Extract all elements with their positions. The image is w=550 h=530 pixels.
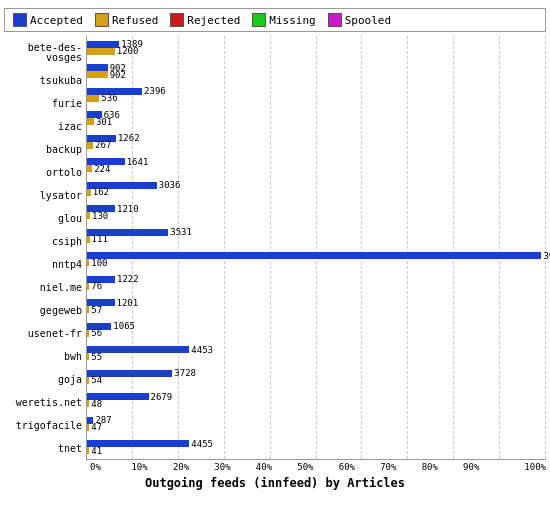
bar-row-csiph: 3531111: [87, 224, 546, 248]
bar-accepted-bwh: 4453: [87, 346, 546, 353]
bar-label-refused-bete-des-vosges: 1200: [117, 46, 139, 56]
bar-accepted-lysator: 3036: [87, 182, 546, 189]
legend-accepted: Accepted: [13, 13, 83, 27]
legend: Accepted Refused Rejected Missing Spoole…: [4, 8, 546, 32]
bar-accepted-nntp4: 395291: [87, 252, 546, 259]
bar-row-tsukuba: 902902: [87, 60, 546, 84]
bar-label-refused-csiph: 111: [92, 234, 108, 244]
bar-refused-izac: 301: [87, 118, 546, 125]
bar-refused-weretis.net: 48: [87, 400, 546, 407]
bar-label-refused-niel.me: 76: [91, 281, 102, 291]
bar-label-refused-goja: 54: [91, 375, 102, 385]
y-label-weretis.net: weretis.net: [4, 398, 82, 408]
bar-refused-lysator: 162: [87, 189, 546, 196]
chart-container: Accepted Refused Rejected Missing Spoole…: [0, 0, 550, 530]
x-tick-5: 50%: [297, 462, 338, 472]
bar-label-refused-usenet-fr: 56: [91, 328, 102, 338]
y-label-ortolo: ortolo: [4, 168, 82, 178]
bar-refused-tsukuba: 902: [87, 71, 546, 78]
bar-row-gegeweb: 120157: [87, 295, 546, 319]
y-label-glou: glou: [4, 214, 82, 224]
bar-accepted-glou: 1210: [87, 205, 546, 212]
bar-accepted-ortolo: 1641: [87, 158, 546, 165]
bar-refused-nntp4: 100: [87, 259, 546, 266]
bar-label-refused-bwh: 55: [91, 352, 102, 362]
refused-color: [95, 13, 109, 27]
spooled-color: [328, 13, 342, 27]
refused-label: Refused: [112, 14, 158, 27]
bar-row-bete-des-vosges: 13891200: [87, 36, 546, 60]
chart-area: bete-des-vosgestsukubafurieizacbackuport…: [4, 36, 546, 460]
bar-rows: 1389120090290223965366363011262267164122…: [87, 36, 546, 459]
x-tick-6: 60%: [339, 462, 380, 472]
bar-accepted-gegeweb: 1201: [87, 299, 546, 306]
bar-accepted-trigofacile: 287: [87, 417, 546, 424]
x-tick-7: 70%: [380, 462, 421, 472]
bar-row-backup: 1262267: [87, 130, 546, 154]
bar-row-weretis.net: 267948: [87, 389, 546, 413]
bar-label-refused-tnet: 41: [91, 446, 102, 456]
y-label-gegeweb: gegeweb: [4, 306, 82, 316]
bar-row-izac: 636301: [87, 107, 546, 131]
y-label-trigofacile: trigofacile: [4, 421, 82, 431]
rejected-color: [170, 13, 184, 27]
legend-spooled: Spooled: [328, 13, 391, 27]
y-labels: bete-des-vosgestsukubafurieizacbackuport…: [4, 36, 86, 460]
bar-label-refused-lysator: 162: [93, 187, 109, 197]
bar-accepted-goja: 3728: [87, 370, 546, 377]
bar-accepted-usenet-fr: 1065: [87, 323, 546, 330]
bar-accepted-bete-des-vosges: 1389: [87, 41, 546, 48]
chart-title: Outgoing feeds (innfeed) by Articles: [4, 476, 546, 490]
bar-refused-goja: 54: [87, 377, 546, 384]
bar-accepted-csiph: 3531: [87, 229, 546, 236]
bar-label-refused-nntp4: 100: [91, 258, 107, 268]
bar-refused-trigofacile: 47: [87, 424, 546, 431]
y-label-lysator: lysator: [4, 191, 82, 201]
bar-refused-usenet-fr: 56: [87, 330, 546, 337]
y-label-usenet-fr: usenet-fr: [4, 329, 82, 339]
bar-accepted-tsukuba: 902: [87, 64, 546, 71]
missing-label: Missing: [269, 14, 315, 27]
x-axis-labels: 0%10%20%30%40%50%60%70%80%90%100%: [4, 462, 546, 472]
x-tick-10: 100%: [505, 462, 546, 472]
bar-refused-tnet: 41: [87, 447, 546, 454]
bar-row-trigofacile: 28747: [87, 412, 546, 436]
bar-accepted-furie: 2396: [87, 88, 546, 95]
bar-row-glou: 1210130: [87, 201, 546, 225]
bar-label-refused-trigofacile: 47: [91, 422, 102, 432]
bar-refused-niel.me: 76: [87, 283, 546, 290]
bar-label-refused-backup: 267: [95, 140, 111, 150]
bar-refused-bete-des-vosges: 1200: [87, 48, 546, 55]
bar-row-ortolo: 1641224: [87, 154, 546, 178]
rejected-label: Rejected: [187, 14, 240, 27]
y-label-tnet: tnet: [4, 444, 82, 454]
bar-accepted-backup: 1262: [87, 135, 546, 142]
bar-row-nntp4: 395291100: [87, 248, 546, 272]
bar-label-refused-furie: 536: [101, 93, 117, 103]
bar-label-refused-tsukuba: 902: [110, 70, 126, 80]
bar-refused-csiph: 111: [87, 236, 546, 243]
bar-accepted-izac: 636: [87, 111, 546, 118]
missing-color: [252, 13, 266, 27]
bar-refused-glou: 130: [87, 212, 546, 219]
y-label-nntp4: nntp4: [4, 260, 82, 270]
x-tick-0: 0%: [90, 462, 131, 472]
x-tick-9: 90%: [463, 462, 504, 472]
bar-row-niel.me: 122276: [87, 271, 546, 295]
bars-section: 1389120090290223965366363011262267164122…: [86, 36, 546, 460]
y-label-bwh: bwh: [4, 352, 82, 362]
x-tick-4: 40%: [256, 462, 297, 472]
legend-refused: Refused: [95, 13, 158, 27]
x-tick-2: 20%: [173, 462, 214, 472]
legend-rejected: Rejected: [170, 13, 240, 27]
bar-refused-bwh: 55: [87, 353, 546, 360]
bar-label-refused-weretis.net: 48: [91, 399, 102, 409]
y-label-tsukuba: tsukuba: [4, 76, 82, 86]
bar-row-bwh: 445355: [87, 342, 546, 366]
y-label-csiph: csiph: [4, 237, 82, 247]
y-label-backup: backup: [4, 145, 82, 155]
bar-accepted-tnet: 4455: [87, 440, 546, 447]
y-label-furie: furie: [4, 99, 82, 109]
legend-missing: Missing: [252, 13, 315, 27]
bar-label-refused-gegeweb: 57: [91, 305, 102, 315]
